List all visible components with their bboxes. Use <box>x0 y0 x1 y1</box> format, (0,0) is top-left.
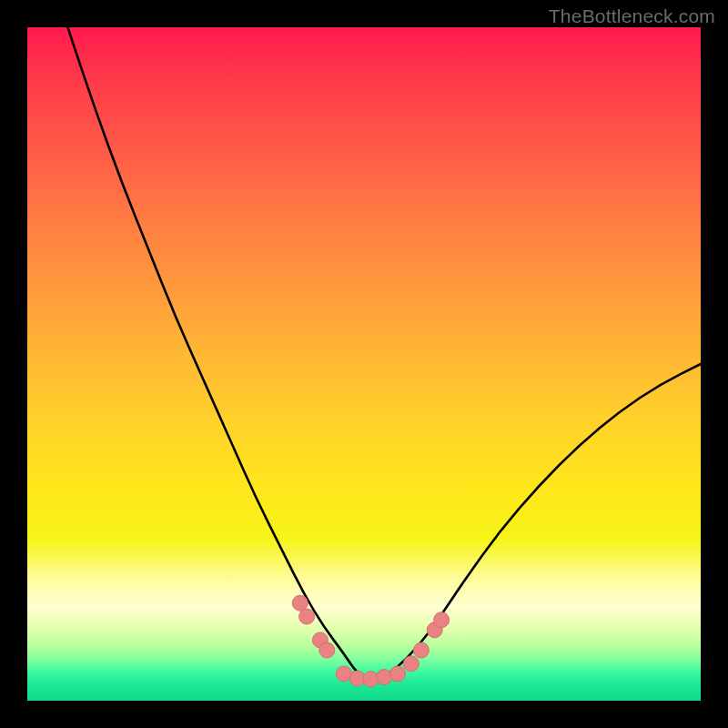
curve-marker <box>413 642 429 658</box>
bottleneck-curve <box>67 27 701 680</box>
curve-marker <box>377 670 392 685</box>
curve-marker <box>319 642 335 658</box>
curve-marker <box>363 672 379 687</box>
curve-svg <box>27 27 701 701</box>
curve-marker <box>403 656 419 672</box>
curve-markers <box>292 595 449 687</box>
chart-frame: TheBottleneck.com <box>0 0 728 728</box>
curve-marker <box>390 666 406 682</box>
curve-marker <box>434 612 450 628</box>
plot-area <box>27 27 701 701</box>
attribution-watermark: TheBottleneck.com <box>549 5 715 27</box>
curve-marker <box>299 609 315 624</box>
